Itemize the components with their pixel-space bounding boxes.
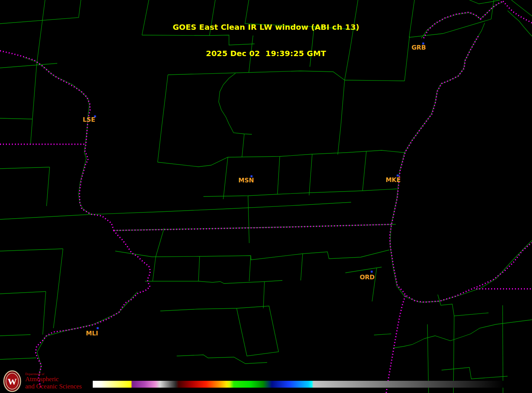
logo-line2: and Oceanic Sciences [25, 383, 82, 390]
satellite-map: LSEGRBMSNMKEORDMLI [0, 0, 532, 393]
county-boundary-line [311, 189, 397, 193]
city-label-mke: MKE [385, 176, 400, 184]
city-label-lse: LSE [83, 116, 95, 123]
county-boundary-line [248, 196, 249, 243]
county-boundary-line [203, 193, 311, 196]
county-boundary-line [390, 23, 532, 302]
county-boundary-line [177, 355, 267, 364]
county-boundary-line [409, 19, 491, 37]
county-boundary-line [153, 257, 156, 281]
county-boundary-line [409, 0, 414, 37]
county-boundary-line [31, 0, 45, 144]
county-boundary-line [245, 0, 249, 24]
county-boundary-line [277, 156, 280, 194]
state-border-dotted-line [424, 1, 503, 38]
county-boundary-line [345, 80, 405, 81]
county-boundary-line [0, 63, 57, 68]
state-border-dotted-line [35, 230, 150, 389]
county-boundary-line [421, 2, 503, 38]
county-boundary-line [393, 320, 532, 348]
county-boundary-line [210, 0, 215, 35]
state-border-dotted-line [0, 51, 114, 230]
city-dot-ord [371, 271, 373, 273]
county-boundary-line [372, 268, 377, 301]
temperature-colorbar [93, 381, 508, 388]
state-boundaries [0, 1, 532, 393]
county-boundary-line [0, 167, 50, 169]
county-boundary-line [47, 167, 50, 206]
state-border-dotted-line [386, 296, 405, 393]
logo-line1: Atmospheric [25, 376, 82, 383]
county-boundary-line [309, 154, 312, 195]
city-label-msn: MSN [239, 177, 254, 184]
county-boundary-line [156, 228, 164, 257]
county-boundary-line [491, 0, 494, 19]
county-boundary-line [145, 280, 282, 283]
city-label-ord: ORD [360, 274, 374, 281]
county-boundary-line [338, 80, 345, 155]
county-boundary-line [115, 251, 152, 257]
county-boundary-line [142, 35, 255, 45]
county-boundary-line [249, 256, 251, 281]
county-boundary-line [511, 0, 532, 16]
county-boundary-line [237, 306, 279, 356]
county-boundary-line [152, 250, 389, 260]
county-boundary-line [301, 254, 303, 280]
county-boundary-line [0, 292, 46, 294]
uw-crest-icon: W [3, 370, 21, 392]
county-boundary-line [405, 36, 409, 81]
county-boundary-line [0, 335, 31, 336]
county-boundary-line [312, 150, 405, 154]
county-boundary-line [249, 35, 253, 72]
county-boundary-line [198, 256, 200, 281]
city-markers: LSEGRBMSNMKEORDMLI [83, 43, 426, 337]
county-boundary-line [508, 11, 532, 36]
county-boundary-line [160, 308, 237, 311]
county-boundary-line [0, 118, 32, 119]
county-boundary-line [0, 0, 81, 24]
county-boundary-line [53, 249, 63, 328]
county-boundary-line [43, 292, 46, 335]
county-boundary-line [310, 27, 314, 67]
county-boundary-line [24, 57, 92, 215]
county-boundary-line [142, 0, 149, 35]
city-label-mli: MLI [86, 330, 98, 337]
county-boundary-line [374, 334, 391, 335]
county-boundary-line [90, 202, 351, 214]
county-boundary-line [442, 367, 508, 379]
county-boundary-line [438, 295, 488, 316]
county-boundary-line [158, 75, 168, 162]
county-boundary-line [0, 214, 90, 219]
county-boundary-line [245, 24, 358, 30]
county-boundary-line [242, 134, 244, 157]
city-dot-mli [97, 327, 99, 329]
county-boundary-line [168, 71, 345, 80]
uw-aos-logo: W Department of Atmospheric and Oceanic … [3, 370, 82, 392]
county-boundary-line [0, 358, 36, 359]
county-boundary-line [363, 151, 366, 191]
county-boundary-line [158, 154, 312, 167]
county-boundary-line [0, 249, 63, 251]
county-boundary-line [469, 0, 500, 4]
uw-crest-letter: W [8, 377, 17, 387]
city-label-grb: GRB [411, 44, 426, 51]
satellite-image-viewport: LSEGRBMSNMKEORDMLI GOES East Clean IR LW… [0, 0, 532, 393]
county-boundary-line [219, 73, 252, 134]
county-boundary-line [223, 157, 228, 199]
uw-aos-logo-text: Department of Atmospheric and Oceanic Sc… [25, 372, 82, 390]
county-boundary-line [503, 305, 503, 393]
county-boundary-line [345, 0, 358, 80]
county-boundary-line [263, 282, 264, 308]
